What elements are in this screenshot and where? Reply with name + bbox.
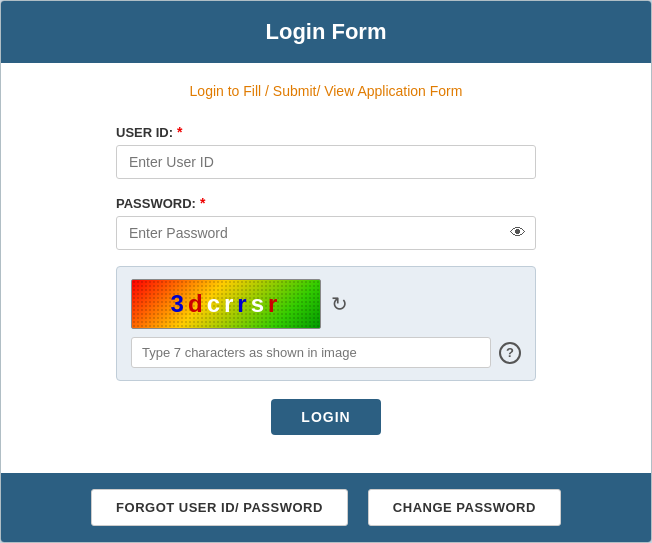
captcha-image-row: 3dcrrsr ↻: [131, 279, 521, 329]
captcha-section: 3dcrrsr ↻ ?: [116, 266, 536, 381]
captcha-text: 3dcrrsr: [171, 290, 282, 318]
toggle-password-icon[interactable]: 👁: [510, 224, 526, 242]
captcha-refresh-icon[interactable]: ↻: [331, 292, 348, 316]
header-bar: Login Form: [1, 1, 651, 63]
userid-required-star: *: [177, 124, 182, 140]
change-password-button[interactable]: CHANGE PASSWORD: [368, 489, 561, 526]
captcha-input[interactable]: [131, 337, 491, 368]
page-title: Login Form: [21, 19, 631, 45]
password-required-star: *: [200, 195, 205, 211]
main-container: Login Form Login to Fill / Submit/ View …: [0, 0, 652, 543]
userid-input[interactable]: [116, 145, 536, 179]
footer: FORGOT USER ID/ PASSWORD CHANGE PASSWORD: [1, 473, 651, 542]
login-button[interactable]: LOGIN: [271, 399, 380, 435]
userid-field-group: USER ID: *: [116, 124, 536, 179]
captcha-image: 3dcrrsr: [131, 279, 321, 329]
captcha-input-row: ?: [131, 337, 521, 368]
subtitle-link[interactable]: Login to Fill / Submit/ View Application…: [190, 83, 463, 99]
password-input[interactable]: [116, 216, 536, 250]
password-field-group: PASSWORD: * 👁: [116, 195, 536, 250]
captcha-help-icon[interactable]: ?: [499, 342, 521, 364]
form-section: USER ID: * PASSWORD: * 👁: [116, 124, 536, 266]
userid-label: USER ID: *: [116, 124, 536, 140]
forgot-password-button[interactable]: FORGOT USER ID/ PASSWORD: [91, 489, 348, 526]
password-wrapper: 👁: [116, 216, 536, 250]
form-content: Login to Fill / Submit/ View Application…: [1, 63, 651, 473]
password-label: PASSWORD: *: [116, 195, 536, 211]
